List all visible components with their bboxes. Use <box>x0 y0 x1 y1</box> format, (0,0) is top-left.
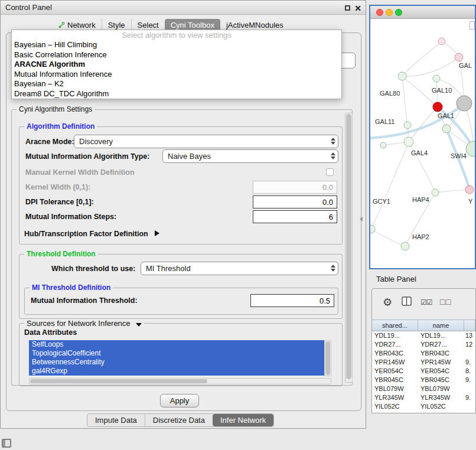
splitter-collapse-icon[interactable] <box>360 217 363 221</box>
attributes-hscrollbar[interactable] <box>29 378 331 384</box>
network-node-label: HAP2 <box>412 233 429 240</box>
network-node[interactable] <box>370 225 375 233</box>
table-row[interactable]: YER054CYER054C8. <box>372 367 475 376</box>
float-window-icon[interactable] <box>345 5 350 11</box>
bottom-tab-infer-network[interactable]: Infer Network <box>213 414 273 426</box>
sources-toggle[interactable]: Sources for Network Inference <box>24 319 144 328</box>
network-node[interactable] <box>404 137 413 146</box>
aracne-mode-label: Aracne Mode: <box>25 138 74 146</box>
checked-columns-icon[interactable]: ☑☑ <box>420 298 432 306</box>
network-node[interactable] <box>442 125 451 133</box>
kernel-width-field[interactable] <box>253 181 337 194</box>
algorithm-dropdown-popup: Select algorithm to view settings Bayesi… <box>11 30 342 99</box>
table-row[interactable]: YBR043CYBR043C <box>372 349 475 358</box>
table-row[interactable]: YDL19...YDL19...13 <box>372 331 475 340</box>
table-cell <box>464 349 475 358</box>
table-cell: YBR043C <box>372 349 418 358</box>
network-node[interactable] <box>432 189 439 196</box>
restore-panel-icon[interactable] <box>2 439 11 448</box>
network-window-titlebar[interactable] <box>370 6 475 19</box>
dpi-tolerance-field[interactable] <box>253 195 337 208</box>
table-row[interactable]: YDR27...YDR27...12 <box>372 340 475 349</box>
network-node[interactable] <box>401 242 409 250</box>
network-scrollbar-fragment[interactable] <box>470 21 475 30</box>
table-row[interactable]: YLR345WYLR345W9. <box>372 393 475 402</box>
network-node-label: GAL <box>459 62 472 69</box>
table-cell: 9. <box>464 376 475 384</box>
bottom-tab-impute-data[interactable]: Impute Data <box>87 414 145 426</box>
minimize-traffic-light[interactable] <box>386 9 393 16</box>
attributes-vscrollbar[interactable] <box>324 340 331 376</box>
network-node-label: SWI4 <box>451 152 467 159</box>
attributes-vscrollbar-thumb[interactable] <box>325 341 330 375</box>
columns-icon[interactable] <box>402 296 412 306</box>
which-threshold-combobox[interactable]: MI Threshold <box>141 262 338 275</box>
mi-type-label: Mutual Information Algorithm Type: <box>25 152 149 161</box>
which-threshold-label: Which threshold to use: <box>51 265 135 273</box>
network-node-label: GAL11 <box>375 118 395 125</box>
attribute-list-item[interactable]: TopologicalCoefficient <box>29 349 324 358</box>
table-row[interactable]: YIL052CYIL052C <box>372 402 475 411</box>
table-cell: YDR27... <box>372 340 418 349</box>
table-column-header[interactable] <box>464 320 475 331</box>
bottom-tab-discretize-data[interactable]: Discretize Data <box>145 414 213 426</box>
mi-steps-field[interactable] <box>253 210 337 223</box>
table-row[interactable]: YPR145WYPR145W9. <box>372 358 475 367</box>
algorithm-option[interactable]: Bayesian – Hill Climbing <box>12 40 341 50</box>
cyni-algorithm-settings-group: Cyni Algorithm Settings Algorithm Defini… <box>11 109 353 386</box>
unchecked-columns-icon[interactable]: ☐☐ <box>439 298 451 306</box>
algorithm-option[interactable]: Dream8 DC_TDC Algorithm <box>12 89 341 99</box>
network-node[interactable] <box>398 72 406 80</box>
table-row[interactable]: YBR045CYBR045C9. <box>372 376 475 384</box>
network-canvas[interactable]: GAL80GAL10GAL11GAL1SWI4GAL4GCY1HAP4HAP2G… <box>370 19 475 268</box>
table-column-header[interactable]: name <box>418 320 464 331</box>
network-node[interactable] <box>466 141 475 156</box>
attributes-hscrollbar-thumb[interactable] <box>30 379 207 383</box>
network-node[interactable] <box>433 75 440 82</box>
table-cell: YDL19... <box>372 331 418 340</box>
expand-right-icon <box>155 230 159 236</box>
table-row[interactable]: YBL079WYBL079W <box>372 384 475 393</box>
zoom-traffic-light[interactable] <box>395 9 402 16</box>
network-tab-icon <box>58 22 65 28</box>
algorithm-option[interactable]: Basic Correlation Inference <box>12 50 341 60</box>
settings-scrollbar[interactable] <box>345 113 353 383</box>
close-icon[interactable]: ✕ <box>354 2 361 15</box>
aracne-mode-value: Discovery <box>79 137 113 146</box>
hub-definition-label: Hub/Transcription Factor Definition <box>24 230 148 238</box>
network-node[interactable] <box>457 96 472 111</box>
table-cell: YER054C <box>418 367 464 376</box>
close-traffic-light[interactable] <box>376 9 383 16</box>
network-edge <box>402 41 442 76</box>
combo-spinner-icon <box>331 138 335 145</box>
attribute-list-item[interactable]: BetweennessCentrality <box>29 358 324 367</box>
control-panel-titlebar[interactable]: Control Panel ✕ <box>1 1 366 15</box>
network-node-label: Y <box>468 198 473 205</box>
network-node[interactable] <box>455 53 463 61</box>
algorithm-options: Bayesian – Hill ClimbingBasic Correlatio… <box>12 40 341 99</box>
table-cell: YPR145W <box>372 358 418 367</box>
network-node[interactable] <box>438 38 445 45</box>
manual-kernel-checkbox[interactable] <box>326 168 334 176</box>
algorithm-option[interactable]: Mutual Information Inference <box>12 70 341 80</box>
apply-button[interactable]: Apply <box>160 394 199 407</box>
attribute-list-item[interactable]: SelfLoops <box>29 340 324 349</box>
settings-scrollbar-thumb[interactable] <box>346 114 351 379</box>
table-column-header[interactable]: shared... <box>372 320 418 331</box>
settings-group-title: Cyni Algorithm Settings <box>17 105 94 113</box>
gear-icon[interactable]: ⚙ <box>383 296 392 309</box>
algorithm-option[interactable]: Bayesian – K2 <box>12 79 341 89</box>
mi-type-combobox[interactable]: Naive Bayes <box>162 149 338 163</box>
mi-threshold-field[interactable] <box>250 294 334 307</box>
network-node-label: GAL1 <box>438 112 454 119</box>
aracne-mode-combobox[interactable]: Discovery <box>74 135 338 148</box>
table-cell: 8. <box>464 367 475 376</box>
network-node[interactable] <box>404 122 411 129</box>
network-node[interactable] <box>465 185 474 194</box>
hub-definition-toggle[interactable]: Hub/Transcription Factor Definition <box>24 230 159 238</box>
table-cell: YBR045C <box>418 376 464 384</box>
attribute-list-item[interactable]: gal4RGexp <box>29 367 324 376</box>
network-node[interactable] <box>380 142 386 148</box>
network-node[interactable] <box>433 102 442 112</box>
algorithm-option[interactable]: ARACNE Algorithm <box>12 60 341 70</box>
